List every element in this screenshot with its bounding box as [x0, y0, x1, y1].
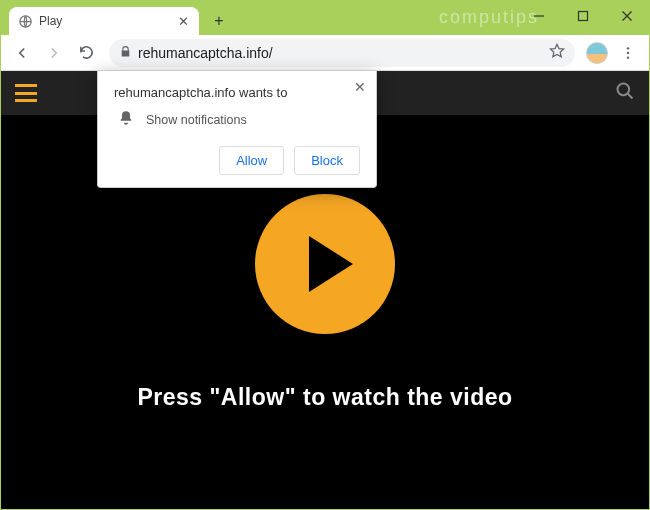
browser-tab[interactable]: Play ✕: [9, 7, 199, 35]
minimize-button[interactable]: [517, 1, 561, 31]
lock-icon: [119, 44, 132, 62]
popup-capability-row: Show notifications: [114, 110, 360, 130]
close-window-button[interactable]: [605, 1, 649, 31]
profile-button[interactable]: [583, 39, 611, 67]
kebab-menu-button[interactable]: [613, 38, 643, 68]
allow-button[interactable]: Allow: [219, 146, 284, 175]
browser-toolbar: rehumancaptcha.info/: [1, 35, 649, 71]
svg-point-6: [627, 51, 629, 53]
avatar-icon: [586, 42, 608, 64]
svg-point-5: [627, 47, 629, 49]
bookmark-star-icon[interactable]: [549, 43, 565, 63]
titlebar: Play ✕ + computips: [1, 1, 649, 35]
popup-origin-text: rehumancaptcha.info wants to: [114, 85, 360, 100]
play-button[interactable]: [255, 194, 395, 334]
svg-line-9: [628, 94, 633, 99]
globe-icon: [17, 13, 33, 29]
notification-permission-popup: ✕ rehumancaptcha.info wants to Show noti…: [97, 71, 377, 188]
page-content: Press "Allow" to watch the video ✕ rehum…: [1, 71, 649, 509]
play-icon: [309, 236, 353, 292]
bell-icon: [118, 110, 134, 130]
popup-close-icon[interactable]: ✕: [354, 79, 366, 95]
back-button[interactable]: [7, 38, 37, 68]
search-icon[interactable]: [615, 81, 635, 105]
instruction-text: Press "Allow" to watch the video: [137, 384, 512, 411]
window-controls: [517, 1, 649, 31]
tab-close-icon[interactable]: ✕: [175, 13, 191, 29]
forward-button[interactable]: [39, 38, 69, 68]
address-text: rehumancaptcha.info/: [138, 45, 543, 61]
tab-title: Play: [39, 14, 169, 28]
address-bar[interactable]: rehumancaptcha.info/: [109, 39, 575, 67]
svg-point-8: [618, 84, 630, 96]
popup-actions: Allow Block: [114, 146, 360, 175]
reload-button[interactable]: [71, 38, 101, 68]
svg-point-7: [627, 56, 629, 58]
browser-window: Play ✕ + computips: [0, 0, 650, 510]
maximize-button[interactable]: [561, 1, 605, 31]
block-button[interactable]: Block: [294, 146, 360, 175]
hamburger-menu-icon[interactable]: [15, 84, 37, 102]
svg-rect-2: [579, 12, 588, 21]
new-tab-button[interactable]: +: [205, 7, 233, 35]
popup-capability-text: Show notifications: [146, 113, 247, 127]
tab-strip: Play ✕ +: [1, 1, 233, 35]
